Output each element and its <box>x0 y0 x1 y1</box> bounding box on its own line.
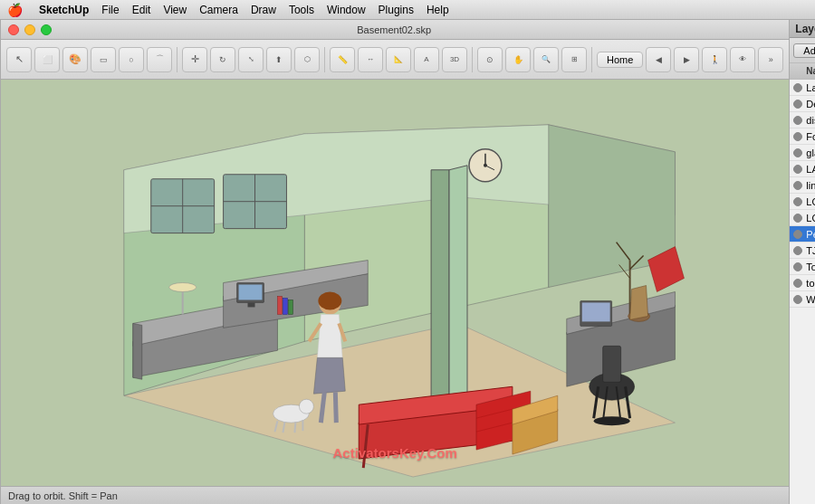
menu-plugins[interactable]: Plugins <box>379 4 414 16</box>
menu-edit[interactable]: Edit <box>132 4 151 16</box>
home-button[interactable]: Home <box>597 52 643 68</box>
toolbar-sep-3 <box>472 47 473 72</box>
svg-point-47 <box>318 291 341 309</box>
layer-dot-icon <box>793 214 802 223</box>
layer-row[interactable]: People <box>790 226 815 242</box>
svg-point-55 <box>299 399 313 414</box>
close-button[interactable] <box>8 24 19 35</box>
menu-view[interactable]: View <box>163 4 187 16</box>
layer-row[interactable]: discard <box>790 112 815 128</box>
layers-col-name: Name <box>793 66 815 76</box>
menu-draw[interactable]: Draw <box>251 4 276 16</box>
svg-rect-40 <box>603 346 621 382</box>
toolbar-arc[interactable]: ⌒ <box>147 47 172 72</box>
menu-file[interactable]: File <box>101 4 119 16</box>
layer-dot-icon <box>793 230 802 239</box>
layer-name-label: Walls <box>806 294 815 305</box>
layer-name-label: TJ's stuff <box>806 245 815 256</box>
layers-title-bar: Layers <box>790 20 815 38</box>
layer-row[interactable]: glass <box>790 145 815 161</box>
toolbar-circle[interactable]: ○ <box>119 47 144 72</box>
main-area: ↖ ⬛ ⬜ ▭ / ○ ⌒ ✏ ✛ ⬆ ↻ ⤡ 📏 ⬡ ⊙ ✋ 🔍 ⊞ <box>0 20 815 504</box>
layer-row[interactable]: TJ's stuff <box>790 242 815 259</box>
layer-dot-icon <box>793 279 802 288</box>
menu-bar: 🍎 SketchUp File Edit View Camera Draw To… <box>0 0 815 20</box>
toolbar-rectangle[interactable]: ▭ <box>91 47 116 72</box>
svg-marker-49 <box>313 357 345 394</box>
toolbar-zoomext[interactable]: ⊞ <box>561 47 587 72</box>
layer-name-label: lines <box>806 180 815 191</box>
toolbar-paint[interactable]: 🎨 <box>62 47 88 72</box>
layer-dot-icon <box>793 246 802 255</box>
toolbar-pushpull[interactable]: ⬆ <box>266 47 292 72</box>
toolbar-tape[interactable]: 📏 <box>330 47 355 72</box>
layer-row[interactable]: Walls <box>790 291 815 308</box>
menu-camera[interactable]: Camera <box>199 4 238 16</box>
svg-point-14 <box>484 164 487 167</box>
menu-window[interactable]: Window <box>327 4 366 16</box>
layer-row[interactable]: LOFT_NURBS.1 <box>790 194 815 210</box>
toolbar-orbit[interactable]: ⊙ <box>477 47 503 72</box>
statusbar: Drag to orbit. Shift = Pan <box>1 486 789 504</box>
minimize-button[interactable] <box>24 24 35 35</box>
toolbar-expand[interactable]: » <box>758 47 783 72</box>
layer-dot-icon <box>793 116 802 125</box>
svg-marker-48 <box>317 314 342 359</box>
layer-name-label: LOFT_NURBS.1 <box>806 196 815 207</box>
toolbar-protractor[interactable]: 📐 <box>386 47 411 72</box>
layer-row[interactable]: Toady's stuff <box>790 259 815 275</box>
layer-dot-icon <box>793 262 802 271</box>
toolbar-scale[interactable]: ⤡ <box>238 47 264 72</box>
layer-row[interactable]: Layer0 <box>790 80 815 96</box>
menu-help[interactable]: Help <box>427 4 449 16</box>
svg-point-45 <box>594 416 630 425</box>
layer-dot-icon <box>793 197 802 206</box>
layers-title: Layers <box>795 23 815 35</box>
toolbar-eraser[interactable]: ⬜ <box>34 47 60 72</box>
layer-row[interactable]: Desks <box>790 96 815 112</box>
status-text: Drag to orbit. Shift = Pan <box>8 490 118 501</box>
layer-row[interactable]: LAYER1 <box>790 161 815 177</box>
svg-rect-26 <box>283 298 287 314</box>
layer-row[interactable]: lines <box>790 177 815 194</box>
toolbar-next-view[interactable]: ▶ <box>674 47 699 72</box>
toolbar-text[interactable]: A <box>414 47 439 72</box>
layer-dot-icon <box>793 132 802 141</box>
layer-name-label: FormFonts <box>806 131 815 142</box>
layers-header: Name Visible Color <box>790 63 815 80</box>
toolbar-pan[interactable]: ✋ <box>505 47 531 72</box>
maximize-button[interactable] <box>41 24 52 35</box>
layers-panel: Layers Add Delete ▶ Name Visible Color L… <box>789 20 815 504</box>
toolbar-dim[interactable]: ↔ <box>358 47 383 72</box>
viewport[interactable]: ActivatorsKey.Com <box>1 80 789 486</box>
layers-add-button[interactable]: Add <box>793 43 815 58</box>
layer-dot-icon <box>793 148 802 157</box>
layer-dot-icon <box>793 181 802 190</box>
layer-row[interactable]: FormFonts <box>790 128 815 145</box>
toolbar-prev-view[interactable]: ◀ <box>646 47 671 72</box>
layer-name-label: Toady's stuff <box>806 262 815 272</box>
toolbar-move[interactable]: ✛ <box>182 47 207 72</box>
toolbar-select[interactable]: ↖ <box>6 47 32 72</box>
apple-menu[interactable]: 🍎 <box>7 3 23 17</box>
toolbar-sep-2 <box>324 47 325 72</box>
layer-row[interactable]: top <box>790 275 815 291</box>
toolbar-rotate[interactable]: ↻ <box>210 47 235 72</box>
svg-marker-17 <box>133 323 142 379</box>
layer-name-label: LAYER1 <box>806 164 815 175</box>
toolbar-sep-1 <box>177 47 177 72</box>
layer-dot-icon <box>793 100 802 109</box>
menu-tools[interactable]: Tools <box>289 4 314 16</box>
scene-3d <box>1 80 789 486</box>
svg-line-53 <box>335 392 336 423</box>
toolbar-lookaround[interactable]: 👁 <box>730 47 755 72</box>
svg-point-24 <box>169 283 197 292</box>
toolbar-walk[interactable]: 🚶 <box>702 47 727 72</box>
layer-row[interactable]: LOFT_NURBS.1.1 <box>790 210 815 226</box>
toolbar-offset[interactable]: ⬡ <box>294 47 320 72</box>
toolbar-zoom[interactable]: 🔍 <box>533 47 559 72</box>
layer-name-label: Layer0 <box>806 82 815 93</box>
toolbar-sep-4 <box>591 47 592 72</box>
layer-name-label: top <box>806 278 815 289</box>
toolbar-3dtext[interactable]: 3D <box>442 47 467 72</box>
